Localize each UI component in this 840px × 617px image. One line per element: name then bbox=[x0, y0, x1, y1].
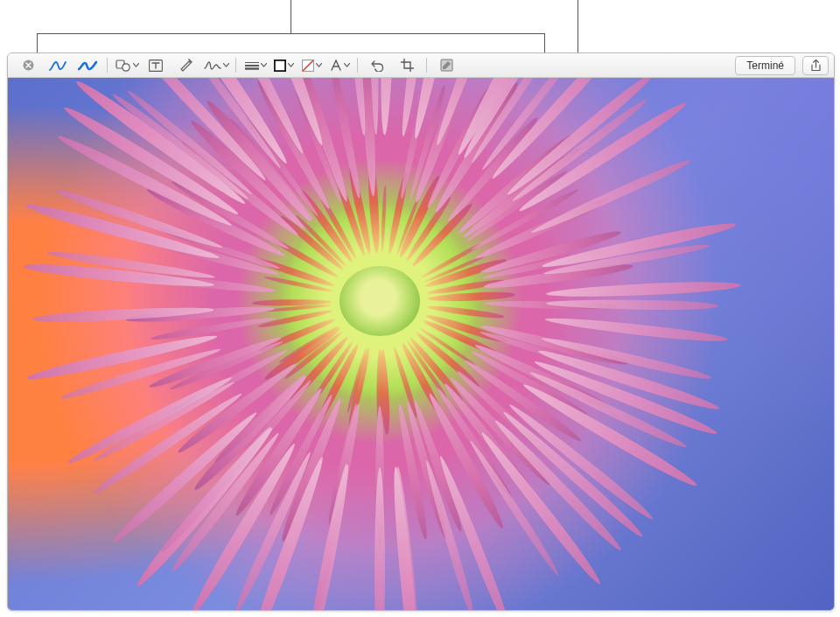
fill-color-button[interactable] bbox=[297, 56, 325, 75]
chevron-down-icon bbox=[261, 63, 267, 67]
callout-line-annotate bbox=[578, 0, 578, 53]
border-color-icon bbox=[274, 60, 286, 72]
markup-window: Terminé bbox=[7, 53, 835, 611]
done-button-label: Terminé bbox=[746, 60, 784, 72]
markup-toolbar: Terminé bbox=[8, 53, 834, 78]
signature-icon bbox=[204, 60, 221, 71]
highlight-button[interactable] bbox=[171, 56, 200, 75]
done-button[interactable]: Terminé bbox=[735, 56, 795, 75]
brush-stroke-icon bbox=[78, 60, 97, 72]
chevron-down-icon bbox=[223, 63, 229, 67]
text-style-button[interactable] bbox=[325, 56, 353, 75]
close-icon bbox=[23, 60, 34, 71]
chevron-down-icon bbox=[316, 63, 322, 67]
callout-line-markup-group bbox=[290, 0, 291, 33]
crop-icon bbox=[401, 59, 414, 72]
draw-button[interactable] bbox=[73, 56, 102, 75]
svg-rect-7 bbox=[274, 60, 285, 71]
crop-button[interactable] bbox=[392, 56, 422, 75]
flower-center bbox=[340, 266, 420, 336]
chevron-down-icon bbox=[288, 63, 294, 67]
font-icon bbox=[330, 60, 342, 71]
text-box-icon bbox=[149, 60, 163, 72]
text-button[interactable] bbox=[141, 56, 171, 75]
callout-span-markup-group bbox=[37, 33, 544, 34]
line-weight-icon bbox=[245, 61, 259, 70]
svg-point-2 bbox=[122, 63, 130, 70]
share-icon bbox=[810, 60, 822, 72]
chevron-down-icon bbox=[133, 63, 139, 67]
toolbar-separator bbox=[357, 58, 358, 73]
shapes-icon bbox=[116, 60, 131, 72]
toolbar-separator bbox=[235, 58, 236, 73]
sketch-button[interactable] bbox=[43, 56, 73, 75]
border-color-button[interactable] bbox=[269, 56, 297, 75]
shape-style-button[interactable] bbox=[241, 56, 269, 75]
callout-drop-right bbox=[544, 33, 545, 53]
callout-drop-left bbox=[37, 33, 38, 53]
chevron-down-icon bbox=[344, 63, 350, 67]
toolbar-separator bbox=[107, 58, 108, 73]
share-button[interactable] bbox=[802, 56, 829, 75]
rotate-button[interactable] bbox=[362, 56, 392, 75]
highlighter-icon bbox=[178, 59, 192, 72]
sign-button[interactable] bbox=[200, 56, 231, 75]
fill-color-icon bbox=[302, 60, 314, 72]
rotate-left-icon bbox=[371, 60, 384, 72]
close-button[interactable] bbox=[13, 56, 43, 75]
annotate-page-icon bbox=[440, 59, 453, 72]
image-canvas[interactable] bbox=[8, 78, 834, 610]
toolbar-separator bbox=[426, 58, 427, 73]
pen-stroke-icon bbox=[49, 60, 66, 72]
shapes-button[interactable] bbox=[112, 56, 141, 75]
image-description-button[interactable] bbox=[431, 56, 461, 75]
